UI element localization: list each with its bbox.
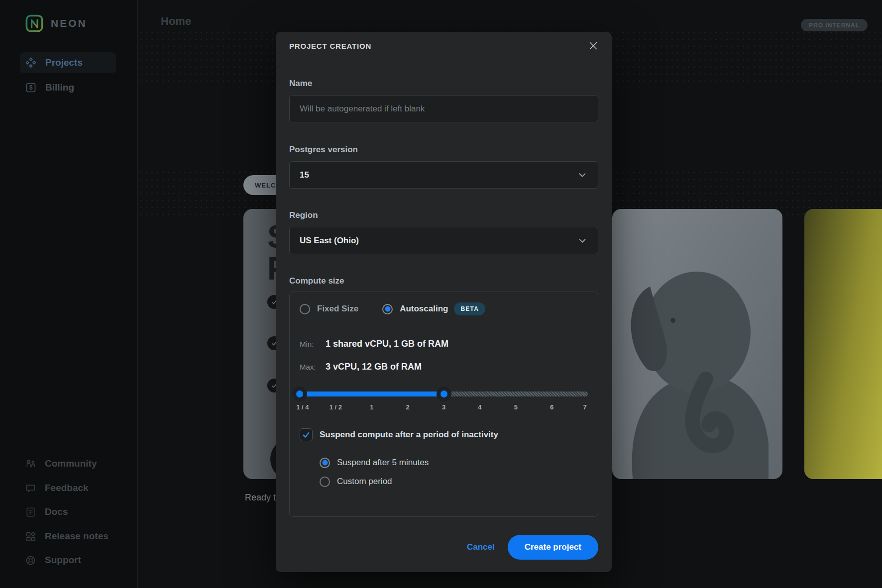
tick-label: 1 / 2 (330, 403, 342, 411)
suspend-compute-row: Suspend compute after a period of inacti… (300, 428, 588, 441)
slider-handle-max[interactable] (437, 387, 451, 401)
min-label: Min: (300, 340, 326, 348)
sidebar-item-feedback[interactable]: Feedback (25, 479, 129, 497)
feedback-icon (25, 483, 36, 494)
min-value: 1 shared vCPU, 1 GB of RAM (326, 339, 448, 349)
suspend-5min-label[interactable]: Suspend after 5 minutes (337, 458, 429, 468)
custom-period-label[interactable]: Custom period (337, 477, 392, 487)
modal-title: PROJECT CREATION (289, 42, 371, 50)
neon-logo-link[interactable]: NEON (25, 14, 87, 33)
cancel-button[interactable]: Cancel (467, 542, 495, 552)
brand-name: NEON (51, 17, 87, 29)
fixed-size-label[interactable]: Fixed Size (317, 304, 358, 314)
project-creation-modal: PROJECT CREATION Name Postgres version 1… (276, 32, 612, 572)
compute-size-label: Compute size (289, 276, 598, 286)
postgres-version-select[interactable]: 15 (289, 161, 598, 189)
projects-icon (25, 57, 37, 69)
sidebar-footer-label: Docs (45, 506, 68, 517)
sidebar: NEON Projects $ Billing Community Feedba… (0, 0, 138, 588)
max-label: Max: (300, 363, 326, 371)
svg-text:$: $ (29, 84, 33, 91)
beta-badge: BETA (454, 302, 485, 315)
sidebar-item-community[interactable]: Community (25, 455, 129, 473)
billing-icon: $ (25, 82, 37, 94)
plan-badge: PRO INTERNAL (801, 19, 868, 31)
suspend-5min-radio[interactable] (320, 458, 330, 468)
tick-label: 7 (583, 403, 587, 411)
name-label: Name (289, 79, 598, 89)
custom-period-radio[interactable] (320, 477, 330, 487)
sidebar-item-support[interactable]: Support (25, 551, 129, 569)
custom-period-option: Custom period (320, 475, 588, 488)
compute-size-box: Fixed Size Autoscaling BETA Min: 1 share… (289, 292, 598, 517)
neon-logo-icon (25, 14, 44, 33)
slider-fill (300, 392, 444, 396)
elephant-image (612, 214, 782, 479)
slider-ticks: 1 / 4 1 / 2 1 2 3 4 5 6 7 (300, 403, 588, 411)
region-select[interactable]: US East (Ohio) (289, 227, 598, 254)
sidebar-item-label: Projects (45, 57, 83, 68)
sidebar-footer-label: Support (45, 555, 81, 566)
tick-label: 3 (442, 403, 445, 411)
region-label: Region (289, 210, 598, 220)
min-compute-row: Min: 1 shared vCPU, 1 GB of RAM (300, 339, 588, 350)
promo-card (804, 209, 882, 479)
autoscaling-radio[interactable] (382, 304, 393, 314)
modal-footer: Cancel Create project (289, 535, 598, 560)
project-name-input[interactable] (289, 95, 598, 122)
page-title: Home (161, 15, 191, 28)
slider-handle-min[interactable] (292, 387, 307, 401)
sidebar-item-docs[interactable]: Docs (25, 503, 129, 521)
check-icon (302, 430, 311, 439)
community-icon (25, 458, 36, 470)
create-project-button[interactable]: Create project (508, 535, 598, 560)
tick-label: 6 (550, 403, 553, 411)
elephant-image-card (612, 209, 782, 479)
chevron-down-icon (577, 235, 588, 246)
fixed-size-radio[interactable] (300, 304, 310, 314)
suspend-checkbox-label[interactable]: Suspend compute after a period of inacti… (320, 430, 498, 440)
close-icon[interactable] (587, 39, 600, 52)
sidebar-item-projects[interactable]: Projects (20, 52, 116, 73)
compute-mode-options: Fixed Size Autoscaling BETA (300, 303, 588, 315)
sidebar-footer-label: Community (45, 458, 97, 469)
sidebar-footer-label: Release notes (45, 531, 109, 542)
postgres-version-value: 15 (300, 170, 309, 180)
tick-label: 1 / 4 (296, 403, 309, 411)
region-value: US East (Ohio) (300, 236, 359, 246)
release-notes-icon (25, 531, 36, 542)
suspend-5min-option: Suspend after 5 minutes (320, 456, 588, 469)
tick-label: 1 (370, 403, 373, 411)
max-value: 3 vCPU, 12 GB of RAM (326, 362, 422, 372)
compute-size-slider[interactable] (300, 387, 588, 401)
max-compute-row: Max: 3 vCPU, 12 GB of RAM (300, 362, 588, 373)
postgres-version-label: Postgres version (289, 145, 598, 155)
tick-label: 5 (514, 403, 518, 411)
sidebar-item-label: Billing (45, 82, 74, 93)
tick-label: 4 (478, 403, 481, 411)
support-icon (25, 555, 36, 566)
modal-header: PROJECT CREATION (276, 32, 612, 60)
sidebar-item-billing[interactable]: $ Billing (20, 77, 116, 98)
chevron-down-icon (577, 170, 588, 181)
tick-label: 2 (406, 403, 410, 411)
sidebar-footer-label: Feedback (45, 483, 89, 493)
docs-icon (25, 506, 36, 518)
suspend-checkbox[interactable] (300, 428, 313, 441)
sidebar-item-release-notes[interactable]: Release notes (25, 527, 129, 545)
autoscaling-label[interactable]: Autoscaling (400, 304, 448, 314)
